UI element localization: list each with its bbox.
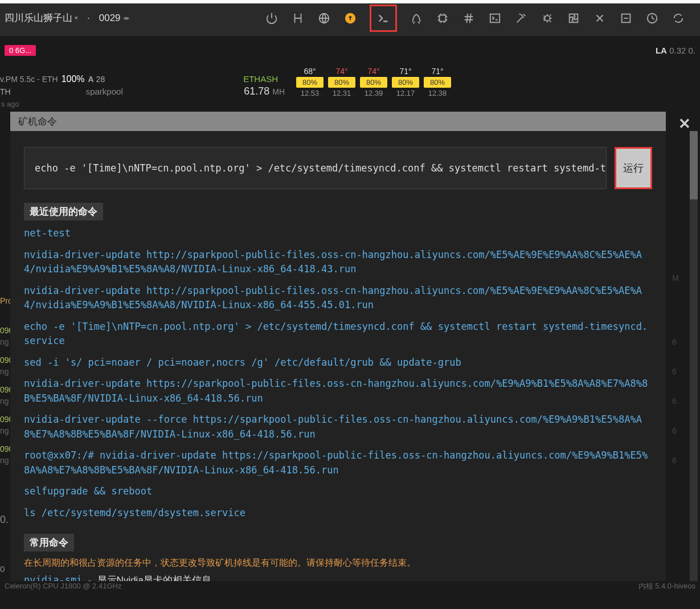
command-modal: 矿机命令 ✕ echo -e '[Time]\nNTP=cn.pool.ntp.… (10, 112, 666, 581)
command-input[interactable]: echo -e '[Time]\nNTP=cn.pool.ntp.org' > … (24, 147, 607, 189)
bg-m: M (672, 273, 679, 283)
recent-command[interactable]: root@xx07:/# nvidia-driver-update https:… (24, 448, 652, 477)
minimize-icon[interactable] (619, 11, 633, 25)
recent-command[interactable]: nvidia-driver-update http://sparkpool-pu… (24, 284, 652, 313)
recent-command[interactable]: sed -i 's/ pci=noaer / pci=noaer,nocrs /… (24, 355, 652, 370)
bg-num: 0. (0, 514, 9, 526)
gpu-hashrate: 12.53 (301, 89, 320, 97)
network-icon[interactable] (291, 11, 305, 25)
worker-label: 0029 (99, 13, 121, 24)
gpu-temp: 68° (304, 67, 316, 76)
svg-rect-2 (440, 15, 446, 21)
bg-6a: 6 (672, 337, 677, 346)
modal-header: 矿机命令 (10, 112, 666, 131)
common-list: nvidia-smi-显示Nvidia显卡的相关信息 (24, 574, 652, 581)
cpu-info: Celeron(R) CPU J1800 @ 2.41GHz (5, 582, 121, 590)
caret-icon: ◂▸ (123, 14, 130, 22)
gpu-hashrate: 12.31 (333, 89, 351, 97)
topbar: 四川乐山狮子山 ▾ · 0029 ◂▸ (0, 0, 700, 36)
common-header: 常用命令 (24, 534, 74, 551)
gpu-fan: 80% (328, 77, 355, 88)
svg-point-4 (545, 15, 550, 21)
terminal-icon[interactable] (370, 5, 397, 32)
recent-command[interactable]: nvidia-driver-update --force https://spa… (24, 412, 652, 442)
console-icon[interactable] (488, 11, 502, 25)
worker-select[interactable]: 0029 ◂▸ (99, 13, 130, 24)
globe-icon[interactable] (317, 11, 331, 25)
tools-icon[interactable] (593, 11, 607, 25)
common-command[interactable]: nvidia-smi-显示Nvidia显卡的相关信息 (24, 574, 652, 581)
bg-6b: 6 (672, 367, 677, 376)
svg-point-6 (572, 17, 575, 19)
toolbar-icons (265, 5, 695, 32)
bg-6e: 6 (672, 456, 677, 465)
hash-icon[interactable] (462, 11, 476, 25)
refresh-icon[interactable] (672, 11, 685, 25)
warning-text: 在长周期的和很占资源的任务中，状态更改导致矿机掉线是有可能的。请保持耐心等待任务… (24, 557, 652, 569)
footer: Celeron(R) CPU J1800 @ 2.41GHz 内核 5.4.0-… (0, 581, 700, 591)
gpu-temp: 71° (399, 67, 411, 76)
modal-title: 矿机命令 (18, 115, 57, 128)
location-wrap: 四川乐山狮子山 ▾ · 0029 ◂▸ (5, 11, 130, 24)
gpu-temp: 74° (335, 67, 347, 76)
location-label: 四川乐山狮子山 (5, 11, 72, 24)
gpu-hashrate: 12.38 (428, 89, 447, 97)
location-select[interactable]: 四川乐山狮子山 ▾ (5, 11, 78, 24)
recent-command[interactable]: nvidia-driver-update http://sparkpool-pu… (24, 248, 652, 277)
hashrate: 61.78 MH (244, 85, 285, 97)
recent-command[interactable]: ls /etc/systemd/system/dsystem.service (24, 506, 652, 521)
modal-body: echo -e '[Time]\nNTP=cn.pool.ntp.org' > … (10, 131, 666, 581)
chip-icon[interactable] (436, 11, 449, 25)
recent-command[interactable]: net-test (24, 226, 652, 241)
load-average: LA 0.32 0. (656, 46, 695, 55)
gpu-fan: 80% (424, 77, 451, 88)
kernel-info: 内核 5.4.0-hiveos (638, 581, 695, 591)
run-button[interactable]: 运行 (615, 147, 652, 189)
caret-icon: ▾ (75, 14, 78, 22)
scrollbar-thumb[interactable] (690, 131, 698, 199)
gpu-col: 74° 80% 12.31 (327, 67, 357, 97)
browser-edge (0, 0, 700, 3)
command-input-wrap: echo -e '[Time]\nNTP=cn.pool.ntp.org' > … (24, 147, 652, 189)
gpu-fan: 80% (296, 77, 324, 88)
subbar: 0 6G... LA 0.32 0. (0, 36, 700, 64)
gpu-col: 74° 80% 12.39 (359, 67, 388, 97)
pool-name: sparkpool (86, 87, 123, 96)
time-ago: s ago (0, 100, 700, 108)
clock-icon[interactable] (645, 11, 659, 25)
gpu-badge[interactable]: 0 6G... (5, 45, 36, 56)
gpu-temp: 74° (367, 67, 379, 76)
gpu-col: 68° 80% 12.53 (295, 67, 325, 97)
recent-list: net-testnvidia-driver-update http://spar… (24, 226, 652, 520)
upgrade-icon[interactable] (343, 11, 357, 25)
rocket-icon[interactable] (410, 11, 423, 25)
gpu-fan: 80% (392, 77, 419, 88)
modal-scrollbar[interactable] (690, 131, 698, 581)
gpu-fan: 80% (360, 77, 387, 88)
coin-label: TH (0, 87, 11, 96)
fan-icon[interactable] (567, 11, 580, 25)
gpu-col: 71° 80% 12.38 (423, 67, 452, 97)
miner-pct: 100% (62, 74, 85, 84)
accepted-label: A 28 (88, 75, 105, 84)
bg-6c: 6 (672, 397, 677, 406)
recent-command[interactable]: echo -e '[Time]\nNTP=cn.pool.ntp.org' > … (24, 320, 652, 349)
gpu-temp: 71° (431, 67, 443, 76)
gpu-grid: 68° 80% 12.5374° 80% 12.3174° 80% 12.397… (295, 67, 452, 97)
pickaxe-icon[interactable] (514, 11, 528, 25)
svg-rect-3 (490, 14, 500, 22)
close-icon[interactable]: ✕ (678, 115, 691, 133)
gpu-hashrate: 12.39 (365, 89, 383, 97)
stats-row: v.PM 5.5c - ETH 100% A 28 ETHASH TH spar… (0, 64, 700, 100)
common-desc: 显示Nvidia显卡的相关信息 (97, 574, 211, 581)
recent-header: 最近使用的命令 (24, 203, 103, 220)
bug-icon[interactable] (541, 11, 554, 25)
recent-command[interactable]: nvidia-driver-update https://sparkpool-p… (24, 377, 652, 406)
recent-command[interactable]: selfupgrade && sreboot (24, 484, 652, 499)
bg-0: 0 (0, 564, 5, 574)
power-icon[interactable] (265, 11, 279, 25)
gpu-col: 71° 80% 12.17 (391, 67, 420, 97)
gpu-hashrate: 12.17 (396, 89, 415, 97)
bg-6d: 6 (672, 426, 677, 435)
common-name: nvidia-smi (24, 574, 82, 581)
